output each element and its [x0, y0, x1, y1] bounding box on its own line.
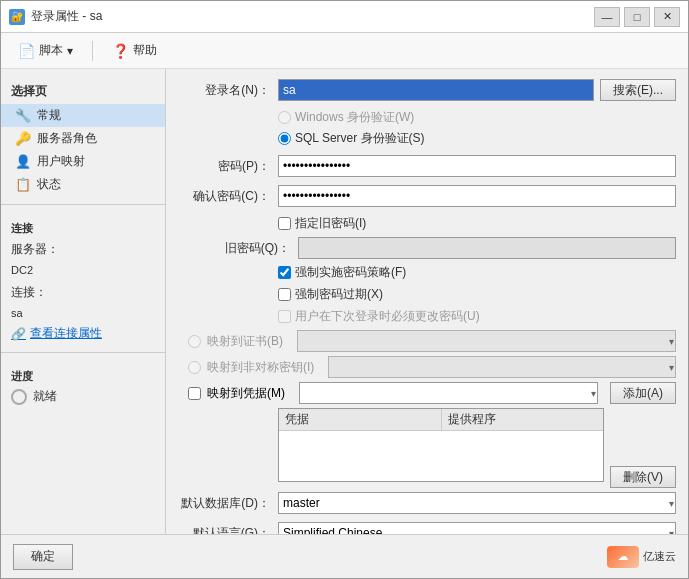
creds-actions: 删除(V)	[610, 408, 676, 488]
help-label: 帮助	[133, 42, 157, 59]
user-mapping-icon: 👤	[15, 154, 31, 169]
map-creds-dropdown: ▾	[299, 382, 598, 404]
map-asym-label: 映射到非对称密钥(I)	[207, 359, 314, 376]
add-button[interactable]: 添加(A)	[610, 382, 676, 404]
connection-title: 连接	[1, 217, 165, 238]
default-lang-select[interactable]: Simplified Chinese	[278, 522, 676, 534]
enforce-expiry-checkbox[interactable]	[278, 288, 291, 301]
close-button[interactable]: ✕	[654, 7, 680, 27]
map-asym-row: 映射到非对称密钥(I) ▾	[178, 356, 676, 378]
content-area: 登录名(N)： 搜索(E)... Windows 身份验证(W) SQL Ser…	[166, 69, 688, 534]
connection-label: 连接：	[1, 281, 165, 303]
maximize-button[interactable]: □	[624, 7, 650, 27]
sidebar-item-server-roles-label: 服务器角色	[37, 130, 97, 147]
server-roles-icon: 🔑	[15, 131, 31, 146]
connection-section: 连接 服务器： DC2 连接： sa 🔗 查看连接属性	[1, 217, 165, 344]
title-bar: 🔐 登录属性 - sa — □ ✕	[1, 1, 688, 33]
sidebar-item-status[interactable]: 📋 状态	[1, 173, 165, 196]
mapped-creds-table-row: 凭据 提供程序 删除(V)	[178, 408, 676, 488]
minimize-button[interactable]: —	[594, 7, 620, 27]
map-cert-row: 映射到证书(B) ▾	[178, 330, 676, 352]
logo-area: ☁ 亿速云	[607, 546, 676, 568]
creds-col-provider: 提供程序	[442, 409, 604, 430]
sidebar-divider-2	[1, 352, 165, 353]
ok-button[interactable]: 确定	[13, 544, 73, 570]
bottom-bar: 确定 ☁ 亿速云	[1, 534, 688, 578]
confirm-password-field	[278, 185, 676, 207]
windows-auth-label: Windows 身份验证(W)	[295, 109, 414, 126]
mapped-creds-body	[279, 431, 603, 481]
toolbar: 📄 脚本 ▾ ❓ 帮助	[1, 33, 688, 69]
specify-old-pwd-row: 指定旧密码(I)	[278, 215, 676, 232]
password-input[interactable]	[278, 155, 676, 177]
old-pwd-field	[298, 237, 676, 259]
must-change-label: 用户在下次登录时必须更改密码(U)	[295, 308, 480, 325]
progress-title: 进度	[1, 365, 165, 386]
enforce-policy-checkbox[interactable]	[278, 266, 291, 279]
title-bar-controls: — □ ✕	[594, 7, 680, 27]
password-field	[278, 155, 676, 177]
default-db-dropdown: master ▾	[278, 492, 676, 514]
map-asym-select	[328, 356, 676, 378]
login-name-row: 登录名(N)： 搜索(E)...	[178, 79, 676, 101]
progress-section: 进度 就绪	[1, 365, 165, 407]
map-asym-dropdown: ▾	[328, 356, 676, 378]
map-cert-select	[297, 330, 676, 352]
map-creds-select[interactable]	[299, 382, 598, 404]
map-cert-dropdown: ▾	[297, 330, 676, 352]
default-db-row: 默认数据库(D)： master ▾	[178, 492, 676, 514]
old-pwd-label: 旧密码(Q)：	[178, 240, 298, 257]
default-lang-row: 默认语言(G)： Simplified Chinese ▾	[178, 522, 676, 534]
checkboxes-section: 指定旧密码(I)	[278, 215, 676, 232]
map-creds-checkbox[interactable]	[188, 387, 201, 400]
mapped-creds-table: 凭据 提供程序	[278, 408, 604, 482]
windows-auth-radio[interactable]	[278, 111, 291, 124]
sidebar-item-status-label: 状态	[37, 176, 61, 193]
mapped-creds-header: 凭据 提供程序	[279, 409, 603, 431]
view-connection-link[interactable]: 🔗 查看连接属性	[1, 323, 165, 344]
logo-icon: ☁	[607, 546, 639, 568]
map-cert-label: 映射到证书(B)	[207, 333, 283, 350]
login-name-label: 登录名(N)：	[178, 82, 278, 99]
default-db-field: master ▾	[278, 492, 676, 514]
status-icon: 📋	[15, 177, 31, 192]
sql-auth-row: SQL Server 身份验证(S)	[278, 130, 676, 147]
main-window: 🔐 登录属性 - sa — □ ✕ 📄 脚本 ▾ ❓ 帮助 选择页 🔧 常规	[0, 0, 689, 579]
enforce-policy-row: 强制实施密码策略(F)	[278, 264, 676, 281]
general-icon: 🔧	[15, 108, 31, 123]
specify-old-pwd-checkbox[interactable]	[278, 217, 291, 230]
must-change-checkbox	[278, 310, 291, 323]
sql-auth-radio[interactable]	[278, 132, 291, 145]
remove-button[interactable]: 删除(V)	[610, 466, 676, 488]
server-label: 服务器：	[1, 238, 165, 260]
status-text: 就绪	[33, 388, 57, 405]
mapped-creds-container: 凭据 提供程序 删除(V)	[278, 408, 676, 488]
map-asym-radio	[188, 361, 201, 374]
specify-old-pwd-label: 指定旧密码(I)	[295, 215, 366, 232]
confirm-password-input[interactable]	[278, 185, 676, 207]
map-creds-row: 映射到凭据(M) ▾ 添加(A)	[178, 382, 676, 404]
password-label: 密码(P)：	[178, 158, 278, 175]
enforce-expiry-label: 强制密码过期(X)	[295, 286, 383, 303]
search-button[interactable]: 搜索(E)...	[600, 79, 676, 101]
login-name-input[interactable]	[278, 79, 594, 101]
confirm-password-row: 确认密码(C)：	[178, 185, 676, 207]
enforce-expiry-row: 强制密码过期(X)	[278, 286, 676, 303]
server-value: DC2	[1, 260, 165, 281]
old-pwd-input	[298, 237, 676, 259]
must-change-row: 用户在下次登录时必须更改密码(U)	[278, 308, 676, 325]
main-content: 选择页 🔧 常规 🔑 服务器角色 👤 用户映射 📋 状态 连接	[1, 69, 688, 534]
help-button[interactable]: ❓ 帮助	[105, 38, 164, 63]
default-db-select[interactable]: master	[278, 492, 676, 514]
logo-text: 亿速云	[643, 549, 676, 564]
sql-auth-label: SQL Server 身份验证(S)	[295, 130, 425, 147]
map-cert-field: 映射到证书(B) ▾	[188, 330, 676, 352]
script-icon: 📄	[18, 43, 35, 59]
map-creds-field: 映射到凭据(M) ▾ 添加(A)	[188, 382, 676, 404]
sidebar-item-general[interactable]: 🔧 常规	[1, 104, 165, 127]
script-button[interactable]: 📄 脚本 ▾	[11, 38, 80, 63]
sidebar-item-user-mapping[interactable]: 👤 用户映射	[1, 150, 165, 173]
sidebar: 选择页 🔧 常规 🔑 服务器角色 👤 用户映射 📋 状态 连接	[1, 69, 166, 534]
sidebar-item-server-roles[interactable]: 🔑 服务器角色	[1, 127, 165, 150]
login-name-field: 搜索(E)...	[278, 79, 676, 101]
